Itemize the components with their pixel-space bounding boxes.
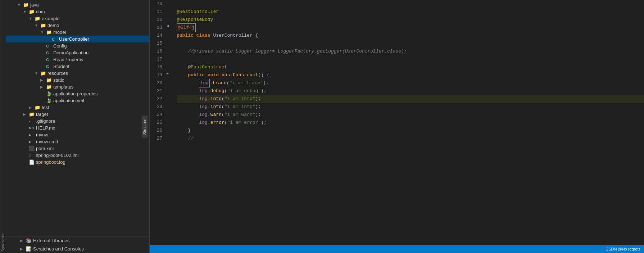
tree-item-resources[interactable]: ▼ 📁 resources	[6, 70, 149, 77]
tree-item-static[interactable]: ▶ 📁 static	[6, 77, 149, 83]
iml-icon: ◻	[29, 154, 35, 157]
folder-icon: 📁	[40, 71, 47, 76]
tree-item-demoapplication[interactable]: C DemoApplication	[6, 49, 149, 56]
tree-arrow: ▶	[29, 105, 35, 109]
folder-icon: 📁	[46, 30, 53, 35]
library-icon: 📚	[26, 238, 32, 243]
tree-item-test[interactable]: ▶ 📁 test	[6, 104, 149, 111]
tree-item-usercontroller[interactable]: C UserController	[6, 36, 149, 42]
code-line-17	[177, 55, 644, 63]
folder-icon: 📁	[35, 16, 41, 21]
tree-item-iml[interactable]: ◻ spring-boot-0102.iml	[6, 152, 149, 159]
folder-icon: 📁	[40, 23, 47, 28]
code-line-27: //	[177, 135, 644, 143]
tree-arrow: ▼	[40, 30, 46, 34]
code-line-12: @ResponseBody	[177, 16, 644, 24]
folder-icon: 📁	[46, 77, 53, 83]
tree-item-com[interactable]: ▼ 📁 com	[6, 8, 149, 15]
tree-item-appprops[interactable]: 🍃 application.properties	[6, 90, 149, 97]
md-icon: MD	[29, 126, 35, 130]
tree-arrow: ▼	[17, 3, 23, 7]
java-class-icon: C	[46, 44, 53, 48]
scratches-consoles-item[interactable]: ▶ 📝 Scratches and Consoles	[6, 245, 149, 253]
structure-tab[interactable]: Structure	[142, 116, 148, 137]
code-line-18: @PostConstruct	[177, 63, 644, 71]
code-line-25: log.error("i am error");	[177, 119, 644, 127]
file-tree[interactable]: ▼ 📁 java ▼ 📁 com ▼ 📁 example ▼ 📁 demo	[6, 0, 149, 236]
gutter-arrow-icon: ▶	[167, 71, 169, 76]
line-numbers: 10 11 12 13 14 15 16 17 18 19 20 21 22 2…	[150, 0, 166, 245]
tree-item-demo[interactable]: ▼ 📁 demo	[6, 22, 149, 29]
folder-icon: 📁	[35, 105, 41, 110]
tree-arrow: ▼	[35, 71, 40, 75]
code-line-20: log.trace("i am trace");	[177, 79, 644, 87]
tree-item-helpmd[interactable]: MD HELP.md	[6, 125, 149, 131]
folder-icon: 📁	[46, 84, 53, 90]
java-class-icon: C	[46, 58, 53, 62]
tree-arrow: ▶	[23, 112, 29, 116]
code-line-19: public void postConstruct() {	[177, 71, 644, 79]
tree-arrow: ▼	[35, 23, 40, 27]
tree-item-pomxml[interactable]: ⬛ pom.xml	[6, 145, 149, 152]
code-line-10	[177, 0, 644, 8]
code-line-22: log.info("i am info");	[177, 95, 644, 103]
log-icon: 📄	[29, 159, 35, 165]
code-line-24: log.warn("i am warn");	[177, 111, 644, 119]
tree-item-mvnw[interactable]: ▶ mvnw	[6, 131, 149, 138]
java-class-icon: C	[46, 64, 53, 69]
tree-item-config[interactable]: C Config	[6, 42, 149, 49]
tree-arrow: ▶	[20, 247, 26, 251]
tree-arrow: ▶	[20, 239, 26, 243]
file-tree-panel: ▼ 📁 java ▼ 📁 com ▼ 📁 example ▼ 📁 demo	[6, 0, 150, 253]
tree-item-log[interactable]: 📄 springboot.log	[6, 159, 149, 166]
xml-icon: ⬛	[29, 146, 35, 151]
sidebar-bottom: ▶ 📚 External Libraries ▶ 📝 Scratches and…	[6, 236, 149, 253]
yml-icon: 🍃	[46, 98, 53, 103]
tree-arrow: ▼	[29, 17, 35, 21]
tree-item-example[interactable]: ▼ 📁 example	[6, 15, 149, 22]
gitignore-icon: ·	[29, 118, 35, 124]
gutter: ◀ ▶	[166, 0, 173, 245]
status-text: CSDN @No regrets	[606, 247, 640, 251]
code-line-16: //private static Logger logger= LoggerFa…	[177, 48, 644, 55]
status-bar: CSDN @No regrets	[150, 245, 644, 253]
props-icon: 🍃	[46, 91, 53, 96]
code-line-15	[177, 40, 644, 48]
bookmarks-tab[interactable]: Bookmarks	[0, 0, 6, 253]
folder-yellow-icon: 📁	[29, 112, 35, 117]
tree-arrow: ▼	[23, 10, 29, 14]
tree-item-model[interactable]: ▼ 📁 model	[6, 29, 149, 36]
code-area[interactable]: 10 11 12 13 14 15 16 17 18 19 20 21 22 2…	[150, 0, 644, 245]
tree-item-student[interactable]: C Student	[6, 63, 149, 70]
code-content[interactable]: @RestController @ResponseBody @Slf4j pub…	[173, 0, 644, 245]
log-variable: log	[199, 79, 209, 87]
cmd-icon: ▶	[29, 140, 35, 144]
folder-icon: 📁	[23, 2, 30, 8]
slf4j-annotation: @Slf4j	[177, 23, 196, 32]
script-icon: ▶	[29, 133, 35, 137]
tree-arrow: ▶	[40, 85, 46, 89]
tree-item-readpropertis[interactable]: C ReadPropertis	[6, 56, 149, 63]
tree-arrow: ▶	[40, 78, 46, 82]
tree-item-appyml[interactable]: 🍃 application.yml	[6, 97, 149, 104]
console-icon: 📝	[26, 246, 32, 252]
gutter-annotation-icon: ◀	[167, 24, 169, 28]
code-line-11: @RestController	[177, 8, 644, 16]
code-line-23: log.info("i am info");	[177, 103, 644, 111]
code-editor: 10 11 12 13 14 15 16 17 18 19 20 21 22 2…	[150, 0, 644, 253]
tree-item-gitignore[interactable]: · .gitignore	[6, 118, 149, 125]
code-line-14: public class UserController {	[177, 32, 644, 40]
code-line-13: @Slf4j	[177, 24, 644, 32]
code-line-26: }	[177, 127, 644, 135]
java-class-icon: C	[52, 37, 58, 41]
external-libraries-item[interactable]: ▶ 📚 External Libraries	[6, 236, 149, 245]
tree-item-java[interactable]: ▼ 📁 java	[6, 1, 149, 8]
java-class-icon: C	[46, 51, 53, 55]
tree-item-mvnwcmd[interactable]: ▶ mvnw.cmd	[6, 138, 149, 145]
folder-icon: 📁	[29, 9, 35, 14]
code-line-21: log.debug("i am debug");	[177, 87, 644, 95]
tree-item-templates[interactable]: ▶ 📁 templates	[6, 83, 149, 90]
tree-item-target[interactable]: ▶ 📁 target	[6, 111, 149, 118]
